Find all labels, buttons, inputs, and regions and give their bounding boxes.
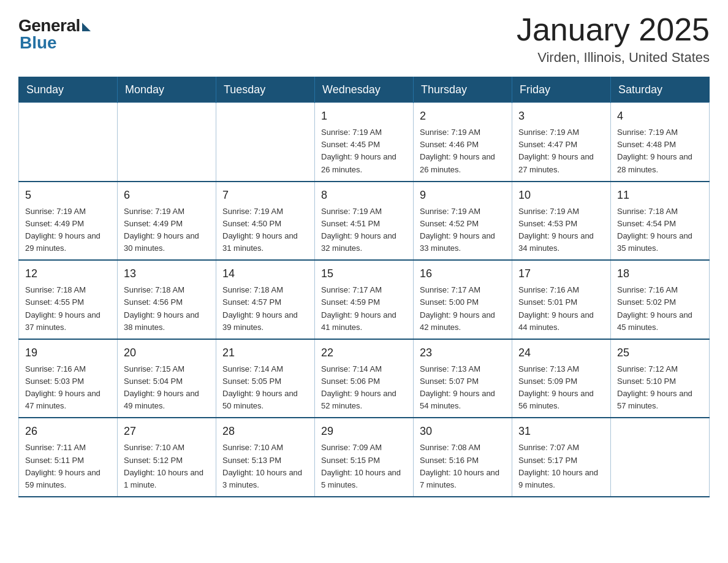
calendar-cell: 1Sunrise: 7:19 AM Sunset: 4:45 PM Daylig… (315, 103, 414, 182)
cell-day-number: 3 (518, 108, 604, 124)
calendar-cell: 16Sunrise: 7:17 AM Sunset: 5:00 PM Dayli… (414, 260, 512, 339)
location-title: Virden, Illinois, United States (517, 50, 710, 66)
calendar-cell: 25Sunrise: 7:12 AM Sunset: 5:10 PM Dayli… (611, 339, 710, 418)
calendar-cell: 9Sunrise: 7:19 AM Sunset: 4:52 PM Daylig… (414, 182, 512, 261)
calendar-cell: 20Sunrise: 7:15 AM Sunset: 5:04 PM Dayli… (118, 339, 216, 418)
cell-day-number: 5 (25, 187, 111, 204)
cell-day-info: Sunrise: 7:19 AM Sunset: 4:48 PM Dayligh… (617, 126, 703, 176)
calendar-cell: 6Sunrise: 7:19 AM Sunset: 4:49 PM Daylig… (118, 182, 216, 261)
calendar-cell: 31Sunrise: 7:07 AM Sunset: 5:17 PM Dayli… (512, 418, 611, 497)
calendar-day-header: Sunday (19, 77, 118, 103)
month-title: January 2025 (517, 12, 710, 47)
cell-day-info: Sunrise: 7:19 AM Sunset: 4:45 PM Dayligh… (321, 126, 407, 176)
calendar-cell: 2Sunrise: 7:19 AM Sunset: 4:46 PM Daylig… (414, 103, 512, 182)
calendar-cell: 29Sunrise: 7:09 AM Sunset: 5:15 PM Dayli… (315, 418, 414, 497)
cell-day-number: 8 (321, 187, 407, 204)
calendar-cell: 22Sunrise: 7:14 AM Sunset: 5:06 PM Dayli… (315, 339, 414, 418)
cell-day-number: 29 (321, 423, 407, 440)
cell-day-number: 27 (124, 423, 210, 440)
calendar-cell: 17Sunrise: 7:16 AM Sunset: 5:01 PM Dayli… (512, 260, 611, 339)
cell-day-number: 24 (518, 345, 604, 361)
calendar-cell: 26Sunrise: 7:11 AM Sunset: 5:11 PM Dayli… (19, 418, 118, 497)
calendar-cell: 14Sunrise: 7:18 AM Sunset: 4:57 PM Dayli… (216, 260, 315, 339)
calendar-week-row: 5Sunrise: 7:19 AM Sunset: 4:49 PM Daylig… (19, 182, 710, 261)
cell-day-number: 31 (518, 423, 604, 440)
cell-day-info: Sunrise: 7:18 AM Sunset: 4:56 PM Dayligh… (124, 284, 210, 334)
cell-day-info: Sunrise: 7:13 AM Sunset: 5:09 PM Dayligh… (518, 363, 604, 413)
logo-triangle-icon (82, 23, 91, 31)
cell-day-number: 30 (420, 423, 506, 440)
cell-day-info: Sunrise: 7:16 AM Sunset: 5:03 PM Dayligh… (25, 363, 111, 413)
calendar-day-header: Friday (512, 77, 611, 103)
cell-day-info: Sunrise: 7:16 AM Sunset: 5:02 PM Dayligh… (617, 284, 703, 334)
calendar-cell: 11Sunrise: 7:18 AM Sunset: 4:54 PM Dayli… (611, 182, 710, 261)
cell-day-info: Sunrise: 7:14 AM Sunset: 5:05 PM Dayligh… (222, 363, 308, 413)
logo-blue-text: Blue (20, 33, 57, 53)
cell-day-number: 15 (321, 266, 407, 282)
cell-day-info: Sunrise: 7:11 AM Sunset: 5:11 PM Dayligh… (25, 442, 111, 491)
calendar-week-row: 19Sunrise: 7:16 AM Sunset: 5:03 PM Dayli… (19, 339, 710, 418)
calendar-cell: 27Sunrise: 7:10 AM Sunset: 5:12 PM Dayli… (118, 418, 216, 497)
cell-day-info: Sunrise: 7:17 AM Sunset: 5:00 PM Dayligh… (420, 284, 506, 334)
cell-day-number: 14 (222, 266, 308, 282)
cell-day-number: 16 (420, 266, 506, 282)
cell-day-info: Sunrise: 7:19 AM Sunset: 4:49 PM Dayligh… (25, 205, 111, 255)
cell-day-number: 4 (617, 108, 703, 124)
cell-day-number: 1 (321, 108, 407, 124)
cell-day-number: 28 (222, 423, 308, 440)
cell-day-number: 2 (420, 108, 506, 124)
cell-day-info: Sunrise: 7:07 AM Sunset: 5:17 PM Dayligh… (518, 442, 604, 491)
calendar-cell: 13Sunrise: 7:18 AM Sunset: 4:56 PM Dayli… (118, 260, 216, 339)
calendar-cell: 28Sunrise: 7:10 AM Sunset: 5:13 PM Dayli… (216, 418, 315, 497)
cell-day-info: Sunrise: 7:19 AM Sunset: 4:51 PM Dayligh… (321, 205, 407, 255)
calendar-day-header: Wednesday (315, 77, 414, 103)
page-header: General Blue January 2025 Virden, Illino… (18, 12, 710, 66)
calendar-day-header: Monday (118, 77, 216, 103)
cell-day-info: Sunrise: 7:18 AM Sunset: 4:55 PM Dayligh… (25, 284, 111, 334)
calendar-cell: 15Sunrise: 7:17 AM Sunset: 4:59 PM Dayli… (315, 260, 414, 339)
cell-day-number: 12 (25, 266, 111, 282)
cell-day-info: Sunrise: 7:18 AM Sunset: 4:54 PM Dayligh… (617, 205, 703, 255)
cell-day-info: Sunrise: 7:19 AM Sunset: 4:53 PM Dayligh… (518, 205, 604, 255)
cell-day-number: 13 (124, 266, 210, 282)
cell-day-info: Sunrise: 7:19 AM Sunset: 4:49 PM Dayligh… (124, 205, 210, 255)
cell-day-number: 18 (617, 266, 703, 282)
calendar-cell: 8Sunrise: 7:19 AM Sunset: 4:51 PM Daylig… (315, 182, 414, 261)
calendar-cell: 23Sunrise: 7:13 AM Sunset: 5:07 PM Dayli… (414, 339, 512, 418)
calendar-cell (216, 103, 315, 182)
title-block: January 2025 Virden, Illinois, United St… (517, 12, 710, 66)
cell-day-info: Sunrise: 7:13 AM Sunset: 5:07 PM Dayligh… (420, 363, 506, 413)
cell-day-info: Sunrise: 7:10 AM Sunset: 5:12 PM Dayligh… (124, 442, 210, 491)
calendar-cell: 21Sunrise: 7:14 AM Sunset: 5:05 PM Dayli… (216, 339, 315, 418)
cell-day-info: Sunrise: 7:19 AM Sunset: 4:46 PM Dayligh… (420, 126, 506, 176)
calendar-cell (19, 103, 118, 182)
calendar-cell: 30Sunrise: 7:08 AM Sunset: 5:16 PM Dayli… (414, 418, 512, 497)
calendar-table: SundayMondayTuesdayWednesdayThursdayFrid… (18, 77, 710, 497)
calendar-cell: 10Sunrise: 7:19 AM Sunset: 4:53 PM Dayli… (512, 182, 611, 261)
cell-day-number: 7 (222, 187, 308, 204)
cell-day-number: 9 (420, 187, 506, 204)
cell-day-number: 21 (222, 345, 308, 361)
calendar-week-row: 12Sunrise: 7:18 AM Sunset: 4:55 PM Dayli… (19, 260, 710, 339)
cell-day-info: Sunrise: 7:19 AM Sunset: 4:50 PM Dayligh… (222, 205, 308, 255)
cell-day-info: Sunrise: 7:15 AM Sunset: 5:04 PM Dayligh… (124, 363, 210, 413)
calendar-week-row: 1Sunrise: 7:19 AM Sunset: 4:45 PM Daylig… (19, 103, 710, 182)
calendar-cell: 3Sunrise: 7:19 AM Sunset: 4:47 PM Daylig… (512, 103, 611, 182)
cell-day-number: 6 (124, 187, 210, 204)
calendar-cell (118, 103, 216, 182)
cell-day-info: Sunrise: 7:19 AM Sunset: 4:52 PM Dayligh… (420, 205, 506, 255)
calendar-header-row: SundayMondayTuesdayWednesdayThursdayFrid… (19, 77, 710, 103)
calendar-cell: 4Sunrise: 7:19 AM Sunset: 4:48 PM Daylig… (611, 103, 710, 182)
cell-day-info: Sunrise: 7:10 AM Sunset: 5:13 PM Dayligh… (222, 442, 308, 491)
logo: General Blue (18, 12, 91, 53)
cell-day-number: 17 (518, 266, 604, 282)
calendar-day-header: Saturday (611, 77, 710, 103)
cell-day-info: Sunrise: 7:14 AM Sunset: 5:06 PM Dayligh… (321, 363, 407, 413)
cell-day-info: Sunrise: 7:19 AM Sunset: 4:47 PM Dayligh… (518, 126, 604, 176)
cell-day-info: Sunrise: 7:16 AM Sunset: 5:01 PM Dayligh… (518, 284, 604, 334)
cell-day-info: Sunrise: 7:09 AM Sunset: 5:15 PM Dayligh… (321, 442, 407, 491)
calendar-cell: 7Sunrise: 7:19 AM Sunset: 4:50 PM Daylig… (216, 182, 315, 261)
cell-day-number: 10 (518, 187, 604, 204)
cell-day-number: 22 (321, 345, 407, 361)
cell-day-info: Sunrise: 7:12 AM Sunset: 5:10 PM Dayligh… (617, 363, 703, 413)
